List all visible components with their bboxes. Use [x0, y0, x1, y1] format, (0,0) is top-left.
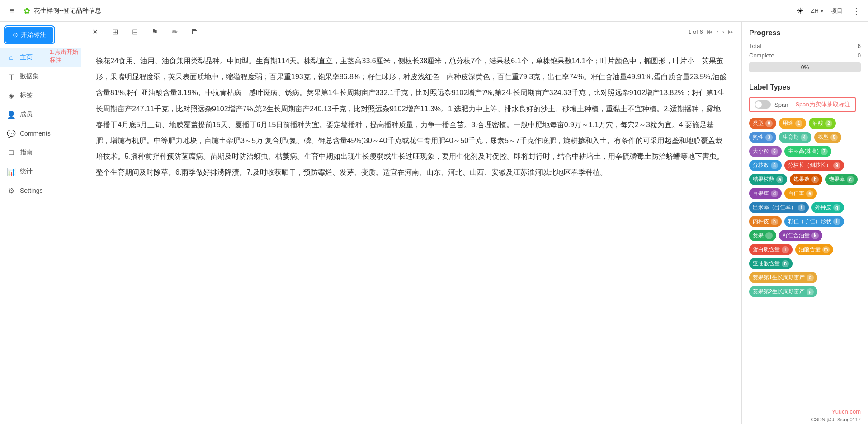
sidebar-item-label[interactable]: ◈ 标签	[0, 86, 81, 105]
span-annotation-hint: Span为实体抽取标注	[795, 100, 850, 109]
label-tag-百仁重[interactable]: 百仁重 e	[784, 188, 817, 199]
label-tag-类型[interactable]: 类型 0	[749, 118, 776, 129]
label-tag-籽仁（子仁）形状[interactable]: 籽仁（子仁）形状 i	[784, 216, 844, 227]
tag-badge: a	[776, 176, 783, 183]
tag-label: 生育期	[783, 133, 799, 141]
tag-label: 籽仁含油量	[783, 232, 810, 239]
toolbar-right: 1 of 6 ⏮ ‹ › ⏭	[688, 28, 734, 35]
tag-badge: m	[822, 246, 830, 253]
sidebar: ⊙ 开始标注 1.点击开始标注 ⌂ 主页◫ 数据集◈ 标签👤 成员💬 Comme…	[0, 22, 81, 424]
label-tag-百果重[interactable]: 百果重 d	[749, 188, 782, 199]
label-tag-籽仁含油量[interactable]: 籽仁含油量 k	[779, 230, 822, 241]
comments-icon: 💬	[7, 129, 15, 138]
label-tag-分枝数[interactable]: 分枝数 8	[749, 160, 782, 171]
label-tag-生育期[interactable]: 生育期 4	[779, 132, 811, 143]
close-icon[interactable]: ✕	[89, 25, 101, 38]
prev-page-button[interactable]: ‹	[717, 28, 719, 35]
logo-icon: ✿	[24, 6, 30, 16]
sidebar-item-comments[interactable]: 💬 Comments	[0, 124, 81, 143]
more-icon[interactable]: ⋮	[850, 5, 863, 17]
progress-title: Progress	[749, 29, 861, 37]
label-tag-外种皮[interactable]: 外种皮 g	[811, 202, 844, 213]
label-tag-蛋白质含量[interactable]: 蛋白质含量 l	[749, 244, 793, 255]
sidebar-item-dataset[interactable]: ◫ 数据集	[0, 67, 81, 86]
label-tag-亚油酸含量[interactable]: 亚油酸含量 n	[749, 258, 793, 269]
sidebar-item-guide[interactable]: □ 指南	[0, 143, 81, 162]
span-toggle-row: Span Span为实体抽取标注	[749, 97, 856, 112]
label-tag-荚果第2生长周期亩产[interactable]: 荚果第2生长周期亩产 p	[749, 286, 817, 297]
tag-label: 荚果第2生长周期亩产	[753, 288, 805, 295]
label-types-section: Label Types Span Span为实体抽取标注 类型 0用途 1油酸 …	[749, 83, 861, 297]
label-tag-油酸[interactable]: 油酸 2	[809, 118, 836, 129]
total-value: 6	[858, 43, 861, 49]
tag-badge: e	[806, 190, 813, 197]
brush-icon[interactable]: ✏	[168, 25, 181, 38]
progress-section: Progress Total 6 Complete 0 0%	[749, 29, 861, 72]
tag-badge: b	[811, 176, 819, 183]
topbar-title: ✿ 花生样例--登记品种信息	[24, 6, 101, 16]
project-label[interactable]: 项目	[831, 7, 843, 15]
tag-label: 籽仁（子仁）形状	[788, 218, 831, 225]
tag-label: 分枝长（侧枝长）	[788, 162, 831, 169]
sidebar-item-label: 指南	[20, 148, 33, 157]
grid-icon[interactable]: ⊟	[128, 25, 141, 38]
tag-label: 外种皮	[815, 204, 831, 211]
sidebar-item-label: Comments	[20, 130, 51, 137]
label-tag-出米率（出仁率）[interactable]: 出米率（出仁率） f	[749, 202, 809, 213]
tag-badge: 7	[821, 148, 828, 155]
sidebar-item-settings[interactable]: ⚙ Settings	[0, 181, 81, 200]
right-panel: Progress Total 6 Complete 0 0% Label Typ…	[741, 22, 868, 424]
tag-badge: 3	[765, 134, 773, 141]
tag-badge: j	[765, 232, 773, 239]
label-tag-分枝长（侧枝长）[interactable]: 分枝长（侧枝长） 9	[784, 160, 844, 171]
flag-icon[interactable]: ⚑	[148, 25, 161, 38]
tag-label: 饱果率	[829, 176, 845, 183]
label-tag-饱果数[interactable]: 饱果数 b	[790, 174, 822, 185]
tag-label: 百果重	[753, 190, 769, 197]
last-page-button[interactable]: ⏭	[728, 28, 734, 35]
sun-icon[interactable]: ☀	[797, 6, 804, 16]
filter-icon[interactable]: ⊞	[108, 25, 121, 38]
dataset-icon: ◫	[7, 72, 15, 81]
sidebar-item-member[interactable]: 👤 成员	[0, 105, 81, 124]
label-tag-大小粒[interactable]: 大小粒 6	[749, 146, 782, 157]
menu-icon[interactable]: ≡	[5, 5, 18, 17]
trash-icon[interactable]: 🗑	[188, 25, 201, 38]
tag-badge: k	[811, 232, 819, 239]
tag-label: 荚果第1生长周期亩产	[753, 274, 805, 281]
label-tag-用途[interactable]: 用途 1	[779, 118, 806, 129]
sidebar-item-stats[interactable]: 📊 统计	[0, 162, 81, 181]
start-annotation-button[interactable]: ⊙ 开始标注	[5, 27, 53, 43]
lang-selector[interactable]: ZH ▾	[811, 7, 824, 14]
next-page-button[interactable]: ›	[722, 28, 724, 35]
content-area: 徐花24食用、油用、油食兼用类型品种。中间型。生育期114天。株型直立，主茎高3…	[81, 42, 741, 424]
first-page-button[interactable]: ⏮	[707, 28, 713, 35]
guide-icon: □	[7, 148, 15, 157]
topbar-left: ≡ ✿ 花生样例--登记品种信息	[5, 5, 101, 17]
tag-badge: 4	[801, 134, 808, 141]
pagination-info: 1 of 6	[688, 29, 703, 35]
progress-bar-container: 0%	[749, 62, 861, 72]
label-tag-熟性[interactable]: 熟性 3	[749, 132, 776, 143]
topbar-right: ☀ ZH ▾ 项目 ⋮	[797, 5, 863, 17]
label-tags-container: 类型 0用途 1油酸 2熟性 3生育期 4株型 5大小粒 6主茎高(株高) 7分…	[749, 118, 861, 297]
tag-badge: l	[782, 246, 789, 253]
label-tag-主茎高(株高)[interactable]: 主茎高(株高) 7	[784, 146, 831, 157]
start-btn-label: 开始标注	[21, 31, 46, 39]
label-tag-荚果第1生长周期亩产[interactable]: 荚果第1生长周期亩产 o	[749, 272, 817, 283]
tag-badge: i	[833, 218, 840, 225]
label-tag-油酸含量[interactable]: 油酸含量 m	[795, 244, 833, 255]
label-tag-荚果[interactable]: 荚果 j	[749, 230, 776, 241]
label-tag-株型[interactable]: 株型 5	[814, 132, 841, 143]
sidebar-item-label: 标签	[20, 91, 33, 100]
label-tag-饱果率[interactable]: 饱果率 c	[825, 174, 858, 185]
sidebar-item-label: 主页	[20, 53, 33, 62]
main-layout: ⊙ 开始标注 1.点击开始标注 ⌂ 主页◫ 数据集◈ 标签👤 成员💬 Comme…	[0, 22, 868, 424]
tag-label: 分枝数	[753, 162, 769, 169]
tag-label: 油酸含量	[799, 246, 821, 253]
label-tag-结果枝数[interactable]: 结果枝数 a	[749, 174, 787, 185]
tag-badge: 5	[830, 134, 838, 141]
center-toolbar: ✕ ⊞ ⊟ ⚑ ✏ 🗑 1 of 6 ⏮ ‹ › ⏭	[81, 22, 741, 42]
span-toggle[interactable]	[755, 100, 771, 109]
label-tag-内种皮[interactable]: 内种皮 h	[749, 216, 782, 227]
